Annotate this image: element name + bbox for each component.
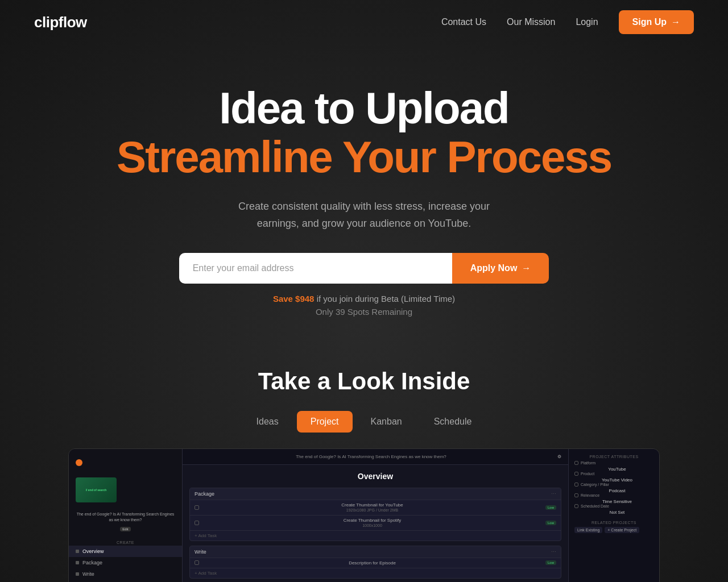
app-sidebar: The end of Google? Is AI Transforming Se… (69, 449, 183, 582)
hero-subtitle: Create consistent quality with less stre… (216, 198, 512, 232)
save-text: Save $948 if you join during Beta (Limit… (34, 294, 694, 304)
sidebar-nav-write[interactable]: Write (69, 568, 182, 580)
app-mock-window: The end of Google? Is AI Transforming Se… (69, 449, 659, 582)
save-amount: Save $948 (273, 294, 315, 304)
tabs-container: Ideas Project Kanban Schedule (34, 411, 694, 433)
sidebar-nav-package[interactable]: Package (69, 557, 182, 568)
hero-title-line2: Streamline Your Process (34, 133, 694, 182)
app-main-content: The end of Google? Is AI Transforming Se… (183, 449, 568, 582)
attr-category: Category / Pillar (574, 483, 653, 487)
look-inside-title: Take a Look Inside (34, 368, 694, 395)
video-info-text: The end of Google? Is AI Transforming Se… (76, 512, 175, 523)
apply-now-button[interactable]: Apply Now → (452, 253, 549, 284)
video-thumbnail (76, 477, 117, 502)
project-attributes-section: PROJECT ATTRIBUTES Platform YouTube Prod… (574, 455, 653, 515)
app-topbar: The end of Google? Is AI Transforming Se… (183, 449, 568, 465)
attr-relevance: Relevance (574, 493, 653, 497)
group-menu-icon[interactable]: ⋯ (551, 491, 556, 497)
nav-contact[interactable]: Contact Us (441, 17, 486, 27)
topbar-title: The end of Google? Is AI Transforming Se… (189, 454, 553, 459)
app-content-area: Overview Package ⋯ Create Thumbnail for … (183, 465, 568, 582)
spots-remaining: Only 39 Spots Remaining (34, 307, 694, 317)
nav-dot-write (76, 572, 79, 576)
navbar: clipflow Contact Us Our Mission Login Si… (0, 0, 728, 44)
group-header-package: Package ⋯ (190, 488, 561, 500)
topbar-gear-icon[interactable]: ⚙ (557, 454, 561, 459)
logo[interactable]: clipflow (34, 14, 87, 31)
related-projects-section: RELATED PROJECTS Link Existing + Create … (574, 521, 653, 533)
nav-mission[interactable]: Our Mission (507, 17, 555, 27)
add-task-button[interactable]: + Add Task (190, 568, 561, 578)
task-row: Create Thumbnail for YouTube1920x1080 JP… (190, 500, 561, 515)
signup-button[interactable]: Sign Up → (619, 10, 694, 34)
task-row: Description for Episode Low (190, 558, 561, 568)
edit-badge[interactable]: Edit (120, 527, 130, 531)
sidebar-header (69, 455, 182, 471)
link-existing-button[interactable]: Link Existing (574, 527, 602, 533)
record-indicator (76, 459, 82, 466)
nav-links: Contact Us Our Mission Login Sign Up → (441, 10, 694, 34)
project-attrs-title: PROJECT ATTRIBUTES (574, 455, 653, 459)
related-projects-title: RELATED PROJECTS (574, 521, 653, 525)
attr-product: Product (574, 472, 653, 476)
app-preview: The end of Google? Is AI Transforming Se… (68, 448, 660, 582)
task-checkbox[interactable] (195, 521, 199, 525)
task-checkbox[interactable] (195, 560, 199, 565)
email-form: Apply Now → (165, 253, 563, 284)
nav-dot-package (76, 561, 79, 564)
sidebar-video-info (69, 473, 182, 507)
create-project-button[interactable]: + Create Project (605, 527, 639, 533)
tab-schedule[interactable]: Schedule (420, 411, 486, 433)
create-section-label: CREATE (69, 537, 182, 546)
task-group-write: Write ⋯ Description for Episode Low + Ad… (189, 546, 561, 579)
task-checkbox[interactable] (195, 505, 199, 510)
task-group-package: Package ⋯ Create Thumbnail for YouTube19… (189, 488, 561, 541)
tab-kanban[interactable]: Kanban (357, 411, 416, 433)
email-input[interactable] (179, 253, 452, 284)
attr-platform: Platform (574, 461, 653, 465)
look-inside-section: Take a Look Inside Ideas Project Kanban … (0, 339, 728, 582)
hero-title-line1: Idea to Upload (34, 84, 694, 133)
nav-login[interactable]: Login (576, 17, 598, 27)
group-menu-icon[interactable]: ⋯ (551, 549, 556, 555)
tab-ideas[interactable]: Ideas (243, 411, 292, 433)
nav-dot-overview (76, 550, 79, 553)
tab-project[interactable]: Project (297, 411, 353, 433)
overview-title: Overview (189, 472, 561, 481)
app-right-panel: PROJECT ATTRIBUTES Platform YouTube Prod… (568, 449, 659, 582)
sidebar-nav-overview[interactable]: Overview (69, 546, 182, 557)
hero-section: Idea to Upload Streamline Your Process C… (0, 44, 728, 339)
task-row: Create Thumbnail for Spotify1000x1000 Lo… (190, 515, 561, 530)
group-header-write: Write ⋯ (190, 546, 561, 558)
sidebar-nav-produce[interactable]: Produce (69, 580, 182, 582)
attr-scheduled: Scheduled Date (574, 504, 653, 508)
add-task-button[interactable]: + Add Task (190, 530, 561, 541)
